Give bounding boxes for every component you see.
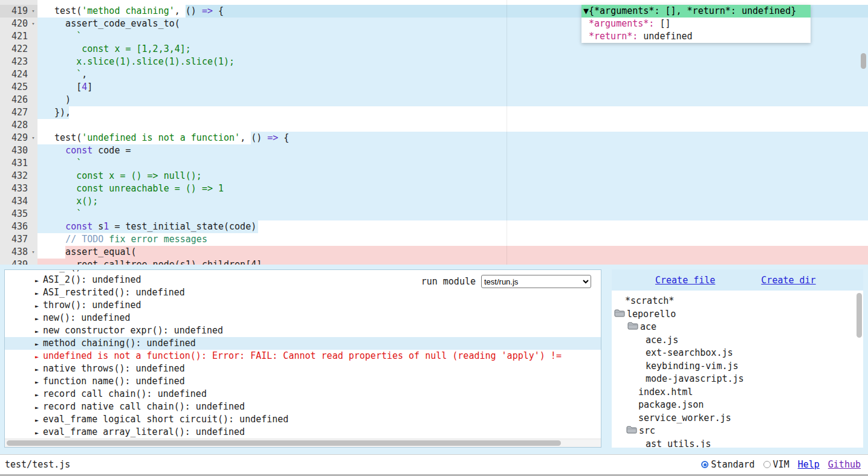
gutter-cell[interactable]: 431 bbox=[0, 157, 37, 170]
editor-line[interactable]: 431 ` bbox=[0, 157, 868, 170]
vim-keybinding-radio[interactable]: VIM bbox=[763, 459, 789, 470]
code-line-content[interactable]: const code = bbox=[37, 144, 868, 157]
editor-line[interactable]: 432 const x = () => null(); bbox=[0, 170, 868, 182]
gutter-cell[interactable]: 419▾ bbox=[0, 5, 37, 18]
code-line-content[interactable]: x.slice(1).slice(1).slice(1); bbox=[37, 56, 868, 68]
test-result-item[interactable]: ►ASI_restrited(): undefined bbox=[5, 286, 601, 299]
code-line-content[interactable]: const unreachable = () => 1 bbox=[37, 182, 868, 195]
test-result-item[interactable]: ►eval_frame array_literal(): undefined bbox=[5, 426, 601, 439]
expand-triangle-icon[interactable]: ► bbox=[35, 401, 43, 413]
editor-line[interactable]: 422 const x = [1,2,3,4]; bbox=[0, 43, 868, 56]
expand-triangle-icon[interactable]: ► bbox=[35, 376, 43, 388]
help-link[interactable]: Help bbox=[798, 459, 820, 470]
run-module-select[interactable]: test/run.js bbox=[481, 275, 591, 288]
expand-triangle-icon[interactable]: ► bbox=[35, 325, 43, 337]
code-line-content[interactable]: [4] bbox=[37, 81, 868, 94]
gutter-cell[interactable]: 423 bbox=[0, 56, 37, 68]
gutter-cell[interactable]: 438▾ bbox=[0, 246, 37, 259]
fold-toggle-icon[interactable]: ▾ bbox=[29, 18, 37, 30]
tooltip-entry[interactable]: *return*: undefined bbox=[581, 30, 811, 43]
standard-keybinding-radio[interactable]: Standard bbox=[701, 459, 754, 470]
editor-line[interactable]: 426 ) bbox=[0, 94, 868, 106]
editor-line[interactable]: 434 x(); bbox=[0, 195, 868, 208]
code-line-content[interactable]: const s1 = test_initial_state(code) bbox=[37, 220, 868, 233]
tree-file-item[interactable]: *scratch* bbox=[612, 295, 863, 308]
editor-line[interactable]: 430 const code = bbox=[0, 144, 868, 157]
editor-line[interactable]: 425 [4] bbox=[0, 81, 868, 94]
github-link[interactable]: Github bbox=[828, 459, 861, 470]
tree-file-item[interactable]: mode-javascript.js bbox=[612, 373, 863, 386]
editor-line[interactable]: 438▾ assert_equal( bbox=[0, 246, 868, 259]
editor-line[interactable]: 428 bbox=[0, 119, 868, 132]
expand-triangle-icon[interactable]: ► bbox=[35, 388, 43, 400]
editor-line[interactable]: 436 const s1 = test_initial_state(code) bbox=[0, 220, 868, 233]
tooltip-entry[interactable]: *arguments*: [] bbox=[581, 18, 811, 30]
gutter-cell[interactable]: 420▾ bbox=[0, 18, 37, 30]
gutter-cell[interactable]: 435 bbox=[0, 208, 37, 220]
editor-line[interactable]: 433 const unreachable = () => 1 bbox=[0, 182, 868, 195]
tree-file-item[interactable]: ace.js bbox=[612, 334, 863, 347]
results-scrollbar-thumb[interactable] bbox=[7, 440, 561, 446]
eval-result-tooltip[interactable]: ▼{*arguments*: [], *return*: undefined} … bbox=[581, 5, 811, 43]
gutter-cell[interactable]: 422 bbox=[0, 43, 37, 56]
gutter-cell[interactable]: 424 bbox=[0, 68, 37, 81]
gutter-cell[interactable]: 429▾ bbox=[0, 132, 37, 144]
code-line-content[interactable]: }), bbox=[37, 106, 868, 119]
gutter-cell[interactable]: 439 bbox=[0, 259, 37, 265]
editor-line[interactable]: 439 root_calltree_node(s1).children[4] bbox=[0, 259, 868, 265]
gutter-cell[interactable]: 436 bbox=[0, 220, 37, 233]
gutter-cell[interactable]: 433 bbox=[0, 182, 37, 195]
test-result-item[interactable]: ►record call chain(): undefined bbox=[5, 388, 601, 400]
tooltip-header[interactable]: ▼{*arguments*: [], *return*: undefined} bbox=[581, 5, 811, 18]
code-line-content[interactable]: assert_equal( bbox=[37, 246, 868, 259]
expand-triangle-icon[interactable]: ► bbox=[35, 363, 43, 375]
code-line-content[interactable]: ` bbox=[37, 157, 868, 170]
code-line-content[interactable]: test('undefined is not a function', () =… bbox=[37, 132, 868, 144]
test-result-item[interactable]: ►eval_frame logical short circuit(): und… bbox=[5, 413, 601, 426]
gutter-cell[interactable]: 434 bbox=[0, 195, 37, 208]
create-file-link[interactable]: Create file bbox=[655, 275, 715, 286]
expand-triangle-icon[interactable]: ► bbox=[35, 350, 43, 362]
test-result-item[interactable]: ►native throws(): undefined bbox=[5, 362, 601, 375]
gutter-cell[interactable]: 425 bbox=[0, 81, 37, 94]
gutter-cell[interactable]: 426 bbox=[0, 94, 37, 106]
expand-triangle-icon[interactable]: ► bbox=[35, 274, 43, 286]
code-line-content[interactable]: const x = [1,2,3,4]; bbox=[37, 43, 868, 56]
editor-line[interactable]: 423 x.slice(1).slice(1).slice(1); bbox=[0, 56, 868, 68]
code-line-content[interactable]: `, bbox=[37, 68, 868, 81]
test-result-item[interactable]: ►new(): undefined bbox=[5, 312, 601, 324]
test-result-item[interactable]: ►throw(): undefined bbox=[5, 299, 601, 312]
gutter-cell[interactable]: 427 bbox=[0, 106, 37, 119]
expand-triangle-icon[interactable]: ► bbox=[35, 426, 43, 439]
code-editor[interactable]: 419▾ test('method chaining', () => {420▾… bbox=[0, 0, 868, 265]
expand-triangle-icon[interactable]: ► bbox=[35, 287, 43, 299]
fold-toggle-icon[interactable]: ▾ bbox=[29, 132, 37, 144]
tree-file-item[interactable]: ast_utils.js bbox=[612, 438, 863, 448]
gutter-cell[interactable]: 428 bbox=[0, 119, 37, 132]
editor-line[interactable]: 427 }), bbox=[0, 106, 868, 119]
gutter-cell[interactable]: 432 bbox=[0, 170, 37, 182]
radio-unselected-icon[interactable] bbox=[763, 461, 771, 468]
code-line-content[interactable]: ` bbox=[37, 208, 868, 220]
code-line-content[interactable]: ) bbox=[37, 94, 868, 106]
code-line-content[interactable]: const x = () => null(); bbox=[37, 170, 868, 182]
code-line-content[interactable]: root_calltree_node(s1).children[4] bbox=[37, 259, 868, 265]
tree-folder-item[interactable]: ace bbox=[612, 321, 863, 334]
results-horizontal-scrollbar[interactable] bbox=[5, 439, 601, 447]
tree-file-item[interactable]: package.json bbox=[612, 399, 863, 412]
expand-triangle-icon[interactable]: ► bbox=[35, 338, 43, 350]
test-result-item[interactable]: ►new constructor expr(): undefined bbox=[5, 324, 601, 337]
expand-triangle-icon[interactable]: ► bbox=[35, 414, 43, 426]
tree-folder-item[interactable]: leporello bbox=[612, 308, 863, 321]
gutter-cell[interactable]: 430 bbox=[0, 144, 37, 157]
editor-scrollbar-thumb[interactable] bbox=[861, 53, 866, 69]
editor-line[interactable]: 435 ` bbox=[0, 208, 868, 220]
code-line-content[interactable]: // TODO fix error messages bbox=[37, 233, 868, 246]
test-result-item[interactable]: ►undefined is not a function(): Error: F… bbox=[5, 350, 601, 362]
tree-file-item[interactable]: index.html bbox=[612, 386, 863, 399]
gutter-cell[interactable]: 421 bbox=[0, 30, 37, 43]
files-scrollbar-thumb[interactable] bbox=[857, 293, 862, 338]
fold-toggle-icon[interactable]: ▾ bbox=[29, 246, 37, 259]
radio-selected-icon[interactable] bbox=[701, 461, 708, 468]
code-line-content[interactable]: x(); bbox=[37, 195, 868, 208]
